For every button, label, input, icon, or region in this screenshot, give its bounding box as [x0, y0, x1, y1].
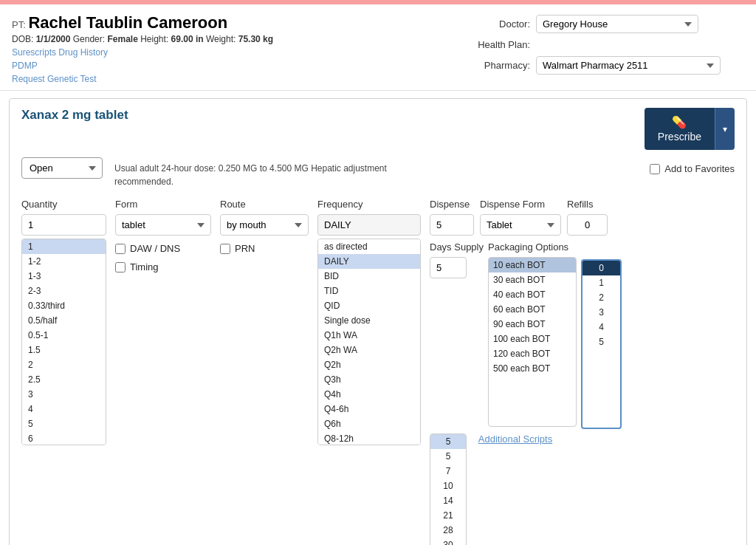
- additional-scripts-link[interactable]: Additional Scripts: [478, 433, 552, 445]
- packaging-list-item[interactable]: 30 each BOT: [489, 272, 576, 287]
- days-supply-list[interactable]: 55710142128306090: [430, 433, 467, 545]
- frequency-list-item[interactable]: Q2h WA: [318, 343, 420, 357]
- prescribe-dropdown-arrow[interactable]: ▾: [715, 108, 735, 150]
- frequency-list-item[interactable]: Q8-12h: [318, 431, 420, 445]
- days-supply-list-item[interactable]: 5: [430, 449, 466, 464]
- quantity-list-item[interactable]: 1: [22, 239, 106, 254]
- quantity-input[interactable]: [21, 214, 106, 236]
- days-supply-list-item[interactable]: 21: [430, 508, 466, 523]
- doctor-field: Gregory House: [536, 15, 744, 33]
- days-supply-list-item[interactable]: 30: [430, 538, 466, 545]
- days-supply-label: Days Supply: [430, 241, 484, 253]
- add-favorites-checkbox[interactable]: [650, 164, 660, 174]
- frequency-list-item[interactable]: Q1h WA: [318, 328, 420, 343]
- packaging-options-label: Packaging Options: [488, 241, 577, 253]
- drug-section: Xanax 2 mg tablet 💊 Prescribe ▾ Open Usu…: [9, 98, 747, 545]
- packaging-list[interactable]: 10 each BOT30 each BOT40 each BOT60 each…: [488, 257, 577, 427]
- quantity-list-item[interactable]: 2-3: [22, 284, 106, 298]
- quantity-list-item[interactable]: 0.5/half: [22, 313, 106, 328]
- quantity-list-item[interactable]: 0.5-1: [22, 328, 106, 343]
- quantity-list-item[interactable]: 2.5: [22, 372, 106, 387]
- refills-list-item[interactable]: 1: [583, 275, 620, 290]
- prescribe-btn-wrapper: 💊 Prescribe ▾: [645, 108, 735, 150]
- quantity-list-item[interactable]: 1.5: [22, 343, 106, 357]
- pill-icon: 💊: [672, 115, 687, 129]
- dispense-input[interactable]: [430, 214, 474, 236]
- days-supply-list-item[interactable]: 14: [430, 493, 466, 508]
- quantity-list-item[interactable]: 3: [22, 387, 106, 402]
- patient-info: PT: Rachel Taublin Cameroon DOB: 1/1/200…: [12, 13, 273, 84]
- frequency-list-item[interactable]: Single dose: [318, 313, 420, 328]
- timing-row: Timing: [115, 261, 211, 272]
- frequency-list-item[interactable]: Q4-6h: [318, 402, 420, 417]
- health-plan-field-row: Health Plan:: [464, 39, 744, 50]
- prn-checkbox[interactable]: [220, 244, 230, 254]
- frequency-input[interactable]: [317, 214, 421, 236]
- dispense-form-select[interactable]: TabletCapsuleBottle: [480, 214, 561, 236]
- refills-label: Refills: [567, 199, 608, 210]
- frequency-list-item[interactable]: DAILY: [318, 254, 420, 269]
- quantity-list-item[interactable]: 1-3: [22, 269, 106, 284]
- frequency-list-item[interactable]: QID: [318, 298, 420, 313]
- packaging-list-item[interactable]: 500 each BOT: [489, 361, 576, 376]
- refills-list-item[interactable]: 0: [583, 261, 620, 275]
- packaging-list-item[interactable]: 120 each BOT: [489, 346, 576, 361]
- patient-header: PT: Rachel Taublin Cameroon DOB: 1/1/200…: [0, 4, 756, 91]
- dose-info: Usual adult 24-hour dose: 0.250 MG to 4.…: [114, 157, 395, 188]
- right-columns: Dispense Dispense Form TabletCapsuleBott…: [430, 199, 622, 545]
- daw-dns-checkbox[interactable]: [115, 244, 126, 254]
- prescribe-button[interactable]: 💊 Prescribe: [645, 108, 715, 150]
- route-select[interactable]: by mouthsublingualtopical: [220, 214, 309, 236]
- refills-input[interactable]: [567, 214, 608, 236]
- refills-list-item[interactable]: 3: [583, 305, 620, 320]
- refills-list-item[interactable]: 2: [583, 290, 620, 305]
- packaging-list-item[interactable]: 10 each BOT: [489, 258, 576, 272]
- days-supply-section: Days Supply Packaging Options 10 each BO…: [430, 241, 622, 545]
- surescripts-link[interactable]: Surescripts Drug History: [12, 47, 273, 58]
- pdmp-link[interactable]: PDMP: [12, 61, 273, 71]
- packaging-list-item[interactable]: 90 each BOT: [489, 317, 576, 332]
- timing-checkbox[interactable]: [115, 262, 126, 272]
- quantity-list-item[interactable]: 1-2: [22, 254, 106, 269]
- days-supply-list-item[interactable]: 28: [430, 523, 466, 538]
- doctor-select[interactable]: Gregory House: [536, 15, 698, 33]
- quantity-list-item[interactable]: 0.33/third: [22, 298, 106, 313]
- quantity-list-item[interactable]: 6: [22, 431, 106, 445]
- frequency-list[interactable]: as directedDAILYBIDTIDQIDSingle doseQ1h …: [317, 239, 421, 445]
- pharmacy-select[interactable]: Walmart Pharmacy 2511: [536, 56, 721, 75]
- genetic-test-link[interactable]: Request Genetic Test: [12, 74, 273, 84]
- add-favorites-label[interactable]: Add to Favorites: [650, 163, 735, 174]
- quantity-list[interactable]: 11-21-32-30.33/third0.5/half0.5-11.522.5…: [21, 239, 106, 445]
- quantity-label: Quantity: [21, 199, 106, 210]
- quantity-list-item[interactable]: 4: [22, 402, 106, 417]
- days-supply-list-item[interactable]: 7: [430, 464, 466, 479]
- prescribe-area: 💊 Prescribe ▾: [645, 108, 735, 150]
- quantity-list-item[interactable]: 2: [22, 357, 106, 372]
- frequency-list-item[interactable]: Q6h: [318, 417, 420, 431]
- frequency-list-item[interactable]: Q3h: [318, 372, 420, 387]
- patient-name: PT: Rachel Taublin Cameroon: [12, 13, 273, 32]
- packaging-list-item[interactable]: 60 each BOT: [489, 302, 576, 317]
- timing-label: Timing: [130, 261, 159, 272]
- form-select[interactable]: tabletcapsulesolutionsuspension: [115, 214, 211, 236]
- refills-list-item[interactable]: 4: [583, 320, 620, 335]
- packaging-list-item[interactable]: 100 each BOT: [489, 332, 576, 346]
- refills-list-item[interactable]: 5: [583, 335, 620, 349]
- days-supply-list-item[interactable]: 5: [430, 434, 466, 449]
- frequency-list-item[interactable]: Q4h: [318, 387, 420, 402]
- open-select[interactable]: Open: [21, 157, 103, 179]
- frequency-list-item[interactable]: as directed: [318, 239, 420, 254]
- doctor-label: Doctor:: [464, 18, 530, 30]
- frequency-list-item[interactable]: Q2h: [318, 357, 420, 372]
- refills-list[interactable]: 012345: [581, 259, 622, 429]
- days-supply-list-item[interactable]: 10: [430, 479, 466, 493]
- frequency-list-item[interactable]: TID: [318, 284, 420, 298]
- daw-dns-label: DAW / DNS: [130, 243, 180, 254]
- pharmacy-field-row: Pharmacy: Walmart Pharmacy 2511: [464, 56, 744, 75]
- daw-dns-row: DAW / DNS: [115, 243, 211, 254]
- days-supply-input[interactable]: [430, 257, 467, 278]
- quantity-column: Quantity 11-21-32-30.33/third0.5/half0.5…: [21, 199, 106, 545]
- frequency-list-item[interactable]: BID: [318, 269, 420, 284]
- packaging-list-item[interactable]: 40 each BOT: [489, 287, 576, 302]
- quantity-list-item[interactable]: 5: [22, 417, 106, 431]
